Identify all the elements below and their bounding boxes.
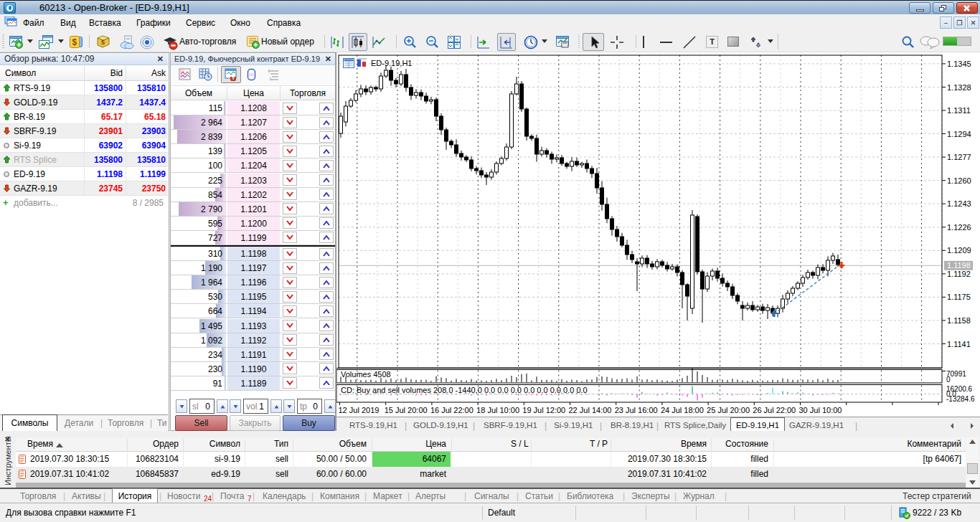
svg-text:1.1192: 1.1192 [947, 270, 971, 278]
svg-text:0: 0 [946, 376, 951, 384]
svg-text:1.1328: 1.1328 [947, 83, 971, 92]
svg-text:18 Jul 10:00: 18 Jul 10:00 [476, 406, 519, 414]
svg-text:1.1260: 1.1260 [947, 176, 971, 185]
svg-text:26 Jul 22:00: 26 Jul 22:00 [753, 406, 796, 414]
svg-text:1.1294: 1.1294 [947, 130, 971, 138]
svg-text:1.1243: 1.1243 [947, 199, 971, 208]
svg-text:1.1175: 1.1175 [947, 293, 971, 301]
svg-text:ED-9.19,H1: ED-9.19,H1 [371, 59, 412, 67]
svg-text:23 Jul 16:00: 23 Jul 16:00 [615, 406, 658, 414]
svg-text:22 Jul 14:00: 22 Jul 14:00 [569, 406, 612, 414]
svg-text:Volumes 4508: Volumes 4508 [341, 370, 391, 379]
svg-text:-13284.6: -13284.6 [946, 395, 975, 403]
svg-text:$: $ [72, 37, 77, 47]
svg-text:1.1226: 1.1226 [947, 223, 971, 232]
svg-text:25 Jul 20:00: 25 Jul 20:00 [707, 406, 750, 414]
svg-text:1.1311: 1.1311 [947, 106, 971, 115]
svg-text:12 Jul 2019: 12 Jul 2019 [339, 406, 380, 414]
svg-text:24 Jul 18:00: 24 Jul 18:00 [661, 406, 704, 414]
svg-text:5: 5 [101, 39, 105, 46]
svg-text:1.1277: 1.1277 [947, 153, 971, 161]
svg-text:30 Jul 10:00: 30 Jul 10:00 [799, 406, 842, 414]
svg-text:1.1345: 1.1345 [947, 60, 971, 68]
svg-text:CD: Buy and sell volumes 208.: CD: Buy and sell volumes 208.0 -1440.0 0… [341, 386, 588, 394]
svg-text:1.1141: 1.1141 [947, 340, 971, 348]
svg-text:19 Jul 12:00: 19 Jul 12:00 [522, 406, 565, 414]
svg-text:1.1209: 1.1209 [947, 246, 971, 255]
svg-text:15 Jul 20:00: 15 Jul 20:00 [385, 406, 428, 414]
svg-text:1.1198: 1.1198 [947, 261, 971, 270]
svg-text:1.1158: 1.1158 [947, 316, 971, 325]
svg-text:16 Jul 22:00: 16 Jul 22:00 [430, 406, 473, 414]
